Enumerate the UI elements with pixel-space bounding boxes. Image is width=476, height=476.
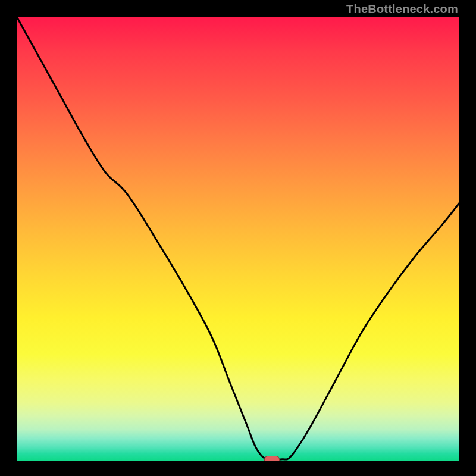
optimum-marker bbox=[264, 456, 280, 461]
watermark-text: TheBottleneck.com bbox=[346, 2, 458, 16]
plot-area bbox=[17, 17, 459, 461]
bottleneck-curve bbox=[17, 17, 459, 461]
chart-frame: TheBottleneck.com bbox=[0, 0, 476, 476]
